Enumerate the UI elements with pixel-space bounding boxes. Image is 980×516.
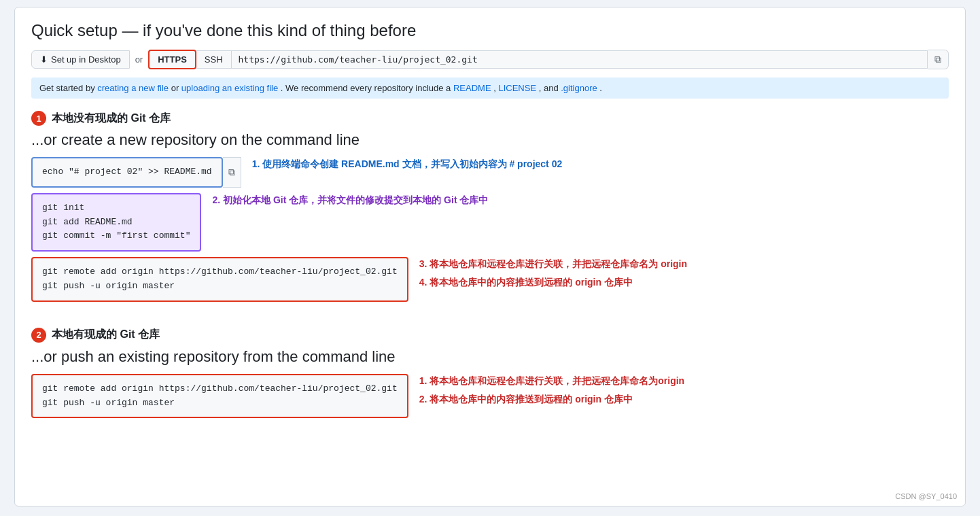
readme-link[interactable]: README: [453, 83, 491, 93]
gitignore-link[interactable]: .gitignore: [561, 83, 597, 93]
section1-title: 本地没有现成的 Git 仓库: [52, 111, 171, 126]
section1-code1-copy-button[interactable]: ⧉: [223, 157, 241, 188]
info-middle: . We recommend every repository include …: [281, 83, 453, 93]
section2-code-block: git remote add origin https://github.com…: [31, 374, 408, 419]
section2-subtitle: ...or push an existing repository from t…: [31, 348, 949, 366]
section2-code-side: git remote add origin https://github.com…: [31, 374, 408, 419]
section1-annotation2-text: 2. 初始化本地 Git 仓库，并将文件的修改提交到本地的 Git 仓库中: [212, 194, 488, 205]
setup-desktop-label: Set up in Desktop: [51, 54, 121, 65]
info-prefix: Get started by: [39, 83, 97, 93]
section1-code3-row: git remote add origin https://github.com…: [31, 257, 949, 302]
info-or: or: [171, 83, 181, 93]
repo-url-input[interactable]: [232, 50, 928, 69]
page-wrapper: Quick setup — if you've done this kind o…: [14, 7, 966, 506]
section1-code2-side: git init git add README.md git commit -m…: [31, 193, 201, 252]
section1-annotation4-text: 4. 将本地仓库中的内容推送到远程的 origin 仓库中: [419, 275, 949, 290]
section1-annotation1: 1. 使用终端命令创建 README.md 文档，并写入初始内容为 # proj…: [252, 157, 949, 171]
section2-code-row: git remote add origin https://github.com…: [31, 374, 949, 419]
info-line: Get started by creating a new file or up…: [31, 78, 949, 99]
upload-existing-link[interactable]: uploading an existing file: [181, 83, 278, 93]
section2-annotation2-text: 2. 将本地仓库中的内容推送到远程的 origin 仓库中: [419, 392, 949, 407]
section2-annotations: 1. 将本地仓库和远程仓库进行关联，并把远程仓库命名为origin 2. 将本地…: [419, 374, 949, 407]
section1-header: 1 本地没有现成的 Git 仓库: [31, 111, 949, 126]
license-link[interactable]: LICENSE: [498, 83, 536, 93]
info-comma2: , and: [539, 83, 561, 93]
section1-annotation2: 2. 初始化本地 Git 仓库，并将文件的修改提交到本地的 Git 仓库中: [212, 193, 949, 207]
section1-code2-row: git init git add README.md git commit -m…: [31, 193, 949, 252]
section2-header: 2 本地有现成的 Git 仓库: [31, 328, 949, 343]
section1-code3-block: git remote add origin https://github.com…: [31, 257, 408, 302]
section2-annotation1-text: 1. 将本地仓库和远程仓库进行关联，并把远程仓库命名为origin: [419, 374, 949, 388]
section1-annotation1-text: 1. 使用终端命令创建 README.md 文档，并写入初始内容为 # proj…: [252, 158, 563, 169]
section1-code1-block: echo "# project 02" >> README.md: [31, 157, 223, 188]
section1-subtitle: ...or create a new repository on the com…: [31, 131, 949, 149]
section1-code3-side: git remote add origin https://github.com…: [31, 257, 408, 302]
https-button[interactable]: HTTPS: [148, 50, 196, 69]
section1-annotation3-text: 3. 将本地仓库和远程仓库进行关联，并把远程仓库命名为 origin: [419, 257, 949, 271]
toolbar-row: ⬇ Set up in Desktop or HTTPS SSH ⧉: [31, 50, 949, 69]
section1-annotation3-4: 3. 将本地仓库和远程仓库进行关联，并把远程仓库命名为 origin 4. 将本…: [419, 257, 949, 290]
or-label: or: [130, 54, 149, 65]
section1-code1-row: echo "# project 02" >> README.md ⧉ 1. 使用…: [31, 157, 949, 188]
section2-title: 本地有现成的 Git 仓库: [52, 328, 160, 342]
download-icon: ⬇: [40, 54, 48, 65]
setup-desktop-button[interactable]: ⬇ Set up in Desktop: [31, 50, 130, 69]
watermark: CSDN @SY_0410: [895, 492, 957, 500]
info-suffix: .: [599, 83, 602, 93]
section1-number: 1: [31, 111, 46, 126]
page-title: Quick setup — if you've done this kind o…: [31, 21, 949, 40]
section1-code2-block: git init git add README.md git commit -m…: [31, 193, 201, 252]
copy-url-button[interactable]: ⧉: [928, 50, 949, 69]
section1-code1-side: echo "# project 02" >> README.md ⧉: [31, 157, 241, 188]
section2-number: 2: [31, 328, 46, 343]
create-new-file-link[interactable]: creating a new file: [97, 83, 169, 93]
ssh-button[interactable]: SSH: [196, 50, 232, 69]
